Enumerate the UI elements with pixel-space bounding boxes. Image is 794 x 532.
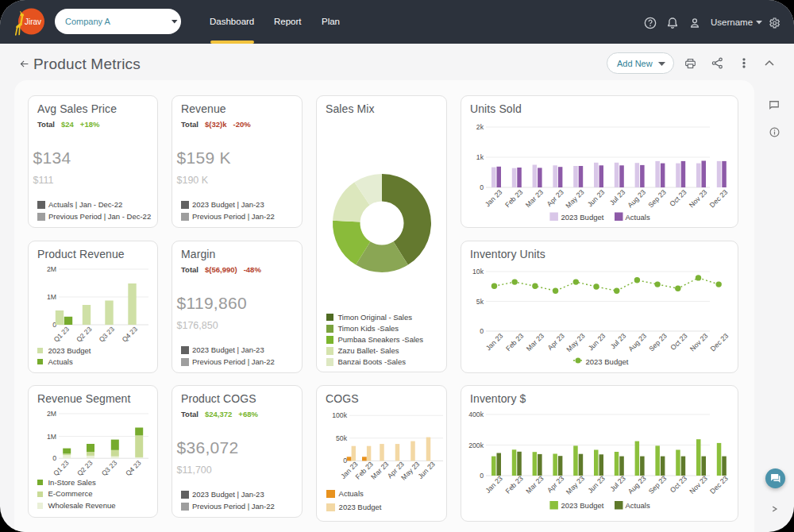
svg-text:Oct 23: Oct 23 xyxy=(668,188,688,208)
svg-text:Q2 23: Q2 23 xyxy=(75,325,94,344)
svg-text:Mar 23: Mar 23 xyxy=(524,188,545,209)
svg-text:Jirav: Jirav xyxy=(25,17,41,26)
svg-text:Dec 23: Dec 23 xyxy=(709,332,730,353)
svg-text:Sep 23: Sep 23 xyxy=(646,188,668,210)
svg-text:1M: 1M xyxy=(47,293,56,301)
svg-text:Actuals: Actuals xyxy=(626,501,650,510)
svg-text:400k: 400k xyxy=(468,411,484,418)
svg-text:Nov 23: Nov 23 xyxy=(688,332,710,353)
svg-text:Jun 23: Jun 23 xyxy=(587,332,607,353)
svg-text:Aug 23: Aug 23 xyxy=(626,332,648,353)
svg-text:Jul 23: Jul 23 xyxy=(608,474,627,493)
svg-text:Apr 23: Apr 23 xyxy=(545,188,565,208)
svg-text:0: 0 xyxy=(52,454,56,462)
svg-text:2k: 2k xyxy=(476,123,484,131)
svg-text:Actuals: Actuals xyxy=(626,213,650,222)
svg-text:0: 0 xyxy=(480,472,484,480)
svg-text:Sep 23: Sep 23 xyxy=(647,474,669,495)
svg-text:Q4 23: Q4 23 xyxy=(124,459,143,478)
svg-text:May 23: May 23 xyxy=(564,188,585,210)
svg-text:Jun 23: Jun 23 xyxy=(586,188,607,209)
svg-text:Jul 23: Jul 23 xyxy=(608,188,627,207)
svg-text:Oct 23: Oct 23 xyxy=(669,332,688,352)
svg-text:Q3 23: Q3 23 xyxy=(97,325,116,344)
svg-text:10k: 10k xyxy=(472,268,484,276)
svg-text:Jun 23: Jun 23 xyxy=(416,460,437,480)
svg-text:200k: 200k xyxy=(468,441,484,449)
svg-text:Nov 23: Nov 23 xyxy=(688,188,709,210)
svg-text:Dec 23: Dec 23 xyxy=(708,474,730,495)
svg-text:Feb 23: Feb 23 xyxy=(504,332,525,353)
svg-text:Apr 23: Apr 23 xyxy=(545,474,565,494)
svg-text:Oct 23: Oct 23 xyxy=(669,474,688,494)
svg-text:Feb 23: Feb 23 xyxy=(504,474,525,495)
svg-text:Nov 23: Nov 23 xyxy=(688,474,709,495)
svg-text:Mar 23: Mar 23 xyxy=(369,460,390,480)
svg-text:1k: 1k xyxy=(476,153,484,161)
svg-text:May 23: May 23 xyxy=(565,332,586,353)
svg-text:2M: 2M xyxy=(47,410,56,418)
svg-text:Q2 23: Q2 23 xyxy=(75,459,94,478)
svg-text:1M: 1M xyxy=(47,433,56,441)
svg-text:Aug 23: Aug 23 xyxy=(626,474,648,495)
svg-text:Dec 23: Dec 23 xyxy=(708,188,730,210)
svg-text:Sep 23: Sep 23 xyxy=(647,332,669,353)
svg-text:50k: 50k xyxy=(336,434,348,442)
svg-text:Mar 23: Mar 23 xyxy=(525,332,545,353)
svg-text:0: 0 xyxy=(480,183,484,191)
svg-text:Jan 23: Jan 23 xyxy=(484,332,505,353)
svg-text:2023 Budget: 2023 Budget xyxy=(586,357,629,366)
svg-text:Q4 23: Q4 23 xyxy=(120,325,139,344)
svg-text:5k: 5k xyxy=(476,298,484,306)
svg-text:Mar 23: Mar 23 xyxy=(524,474,545,495)
svg-text:100k: 100k xyxy=(332,411,347,419)
svg-text:Apr 23: Apr 23 xyxy=(546,332,566,352)
svg-text:Q3 23: Q3 23 xyxy=(100,459,119,478)
svg-text:Jan 23: Jan 23 xyxy=(484,188,504,209)
svg-text:Jan 23: Jan 23 xyxy=(484,474,504,495)
svg-text:2023 Budget: 2023 Budget xyxy=(561,213,604,222)
svg-text:Feb 23: Feb 23 xyxy=(503,188,524,209)
svg-text:Jun 23: Jun 23 xyxy=(586,474,607,495)
svg-text:2M: 2M xyxy=(47,265,56,273)
svg-text:0: 0 xyxy=(480,327,484,335)
svg-text:2023 Budget: 2023 Budget xyxy=(561,501,604,510)
svg-text:0: 0 xyxy=(343,457,347,465)
svg-text:May 23: May 23 xyxy=(565,474,586,495)
svg-text:Jul 23: Jul 23 xyxy=(609,332,628,351)
svg-text:Aug 23: Aug 23 xyxy=(626,188,647,210)
